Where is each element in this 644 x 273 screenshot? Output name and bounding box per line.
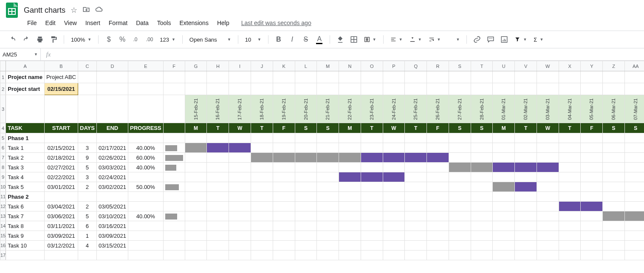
cell[interactable]	[339, 83, 361, 95]
cell[interactable]	[273, 172, 295, 182]
cell[interactable]	[581, 250, 603, 260]
cell[interactable]	[96, 133, 128, 143]
cell[interactable]	[449, 153, 471, 163]
cell[interactable]	[251, 83, 273, 95]
date-header-cell[interactable]: 05-Mar-21	[581, 95, 603, 123]
date-header-cell[interactable]: 21-Feb-21	[317, 95, 339, 123]
cell[interactable]	[405, 211, 427, 221]
cell[interactable]	[515, 71, 537, 83]
cell[interactable]	[251, 231, 273, 241]
cell[interactable]	[537, 71, 559, 83]
cell[interactable]	[295, 143, 317, 153]
cell[interactable]	[339, 133, 361, 143]
cell[interactable]	[471, 133, 493, 143]
cell[interactable]	[78, 133, 97, 143]
cell[interactable]	[251, 143, 273, 153]
dow-cell[interactable]: W	[229, 123, 251, 133]
cell[interactable]	[537, 192, 559, 202]
cell[interactable]	[273, 153, 295, 163]
cell[interactable]	[207, 202, 229, 211]
cell[interactable]	[449, 71, 471, 83]
cell[interactable]	[603, 133, 625, 143]
cell[interactable]	[624, 202, 644, 211]
cell[interactable]	[624, 250, 644, 260]
cell[interactable]: 60.00%	[128, 153, 164, 163]
row-header[interactable]: 14	[0, 221, 6, 231]
cell[interactable]	[251, 221, 273, 231]
cell[interactable]	[163, 231, 185, 241]
cell[interactable]: Project name	[6, 71, 45, 83]
cell[interactable]	[361, 163, 383, 172]
cell[interactable]	[361, 172, 383, 182]
column-header[interactable]: I	[229, 61, 251, 71]
cell[interactable]	[163, 182, 185, 192]
cell[interactable]	[537, 163, 559, 172]
row-header[interactable]: 1	[0, 71, 6, 83]
cell[interactable]	[559, 182, 581, 192]
cell[interactable]	[383, 133, 405, 143]
date-header-cell[interactable]: 27-Feb-21	[449, 95, 471, 123]
cell[interactable]	[493, 163, 515, 172]
menu-edit[interactable]: Edit	[42, 18, 59, 28]
cell[interactable]	[361, 221, 383, 231]
document-title[interactable]: Gantt charts	[24, 6, 65, 15]
cell[interactable]: 03/11/2021	[44, 221, 78, 231]
cell[interactable]	[493, 221, 515, 231]
cell[interactable]	[251, 182, 273, 192]
cell[interactable]	[493, 153, 515, 163]
cell[interactable]	[559, 211, 581, 221]
menu-tools[interactable]: Tools	[154, 18, 175, 28]
date-header-cell[interactable]: 22-Feb-21	[339, 95, 361, 123]
cell[interactable]: 3	[78, 172, 97, 182]
cell[interactable]	[471, 83, 493, 95]
cell[interactable]	[493, 172, 515, 182]
cell[interactable]	[317, 153, 339, 163]
row-header[interactable]: 11	[0, 192, 6, 202]
cell[interactable]	[229, 202, 251, 211]
cell[interactable]	[207, 71, 229, 83]
cell[interactable]: 9	[78, 153, 97, 163]
cell[interactable]	[581, 182, 603, 192]
cell[interactable]	[339, 182, 361, 192]
cell[interactable]	[128, 241, 164, 250]
cell[interactable]	[427, 182, 449, 192]
cell[interactable]	[603, 211, 625, 221]
cell[interactable]	[405, 163, 427, 172]
cell[interactable]	[273, 71, 295, 83]
cell[interactable]	[361, 192, 383, 202]
cell[interactable]: 40.00%	[128, 163, 164, 172]
cell[interactable]	[581, 202, 603, 211]
menu-format[interactable]: Format	[105, 18, 131, 28]
sheets-logo[interactable]	[3, 2, 20, 19]
text-color-button[interactable]: A	[314, 34, 325, 45]
halign-button[interactable]: ▼	[388, 34, 405, 45]
cell[interactable]	[361, 153, 383, 163]
column-header[interactable]: F	[163, 61, 185, 71]
cell[interactable]	[405, 231, 427, 241]
column-header[interactable]: O	[361, 61, 383, 71]
cell[interactable]: 02/26/2021	[96, 153, 128, 163]
cell[interactable]: TASK	[6, 123, 45, 133]
cell[interactable]	[339, 250, 361, 260]
column-header[interactable]: W	[537, 61, 559, 71]
column-header[interactable]: Q	[405, 61, 427, 71]
cell[interactable]	[361, 241, 383, 250]
dow-cell[interactable]: S	[317, 123, 339, 133]
date-header-cell[interactable]: 17-Feb-21	[229, 95, 251, 123]
cell[interactable]	[229, 231, 251, 241]
cell[interactable]	[295, 211, 317, 221]
cell[interactable]	[624, 163, 644, 172]
cell[interactable]	[624, 153, 644, 163]
cell[interactable]	[493, 231, 515, 241]
cell[interactable]	[449, 133, 471, 143]
cell[interactable]	[537, 250, 559, 260]
date-header-cell[interactable]: 19-Feb-21	[273, 95, 295, 123]
cell[interactable]	[44, 192, 78, 202]
cell[interactable]: 02/18/2021	[44, 153, 78, 163]
column-header[interactable]: J	[251, 61, 273, 71]
row-header[interactable]: 4	[0, 123, 6, 133]
cell[interactable]: 02/15/2021	[44, 83, 78, 95]
cell[interactable]	[185, 163, 207, 172]
row-header[interactable]: 5	[0, 133, 6, 143]
cell[interactable]	[581, 133, 603, 143]
